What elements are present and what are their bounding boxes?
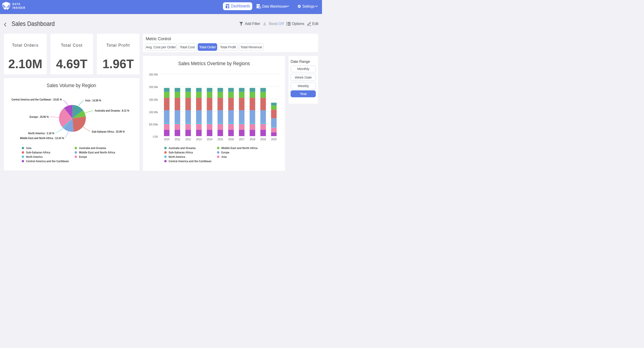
svg-text:Middle East and North Africa: Middle East and North Africa	[221, 146, 258, 150]
svg-text:Asia: Asia	[26, 146, 32, 150]
svg-text:2018: 2018	[250, 138, 255, 141]
svg-text:Europe : 25.95 %: Europe : 25.95 %	[30, 115, 49, 118]
svg-text:Australia and Oceania: Australia and Oceania	[168, 146, 196, 150]
svg-text:Central America and the Caribb: Central America and the Caribbean	[168, 159, 212, 163]
svg-text:250.00k: 250.00k	[149, 73, 158, 76]
svg-text:Central America and the Caribb: Central America and the Caribbean : 10.8…	[12, 98, 62, 101]
svg-text:150.00k: 150.00k	[149, 98, 158, 101]
svg-text:2010: 2010	[164, 138, 170, 141]
svg-text:50.00k: 50.00k	[149, 123, 158, 126]
svg-text:0.00: 0.00	[153, 135, 158, 138]
svg-text:Sub-Saharan Africa: Sub-Saharan Africa	[26, 151, 50, 154]
svg-text:North America : 2.16 %: North America : 2.16 %	[28, 131, 54, 135]
svg-text:2013: 2013	[196, 138, 202, 141]
svg-text:Sub-Saharan Africa: Sub-Saharan Africa	[168, 151, 193, 154]
svg-text:Sales Volume by Region: Sales Volume by Region	[47, 82, 96, 88]
svg-text:2011: 2011	[175, 138, 180, 141]
svg-text:Europe: Europe	[221, 151, 229, 154]
svg-text:Australia and Oceania: Australia and Oceania	[79, 146, 106, 150]
svg-text:2020: 2020	[271, 138, 276, 141]
svg-text:Middle East and North Africa: Middle East and North Africa	[79, 151, 115, 154]
svg-text:100.00k: 100.00k	[149, 110, 158, 114]
svg-text:2012: 2012	[185, 138, 191, 141]
svg-text:2014: 2014	[207, 138, 212, 141]
svg-text:Middle East and North Africa :: Middle East and North Africa : 12.43 %	[20, 136, 64, 140]
svg-text:2017: 2017	[239, 138, 244, 141]
svg-text:Asia : 14.59 %: Asia : 14.59 %	[85, 99, 101, 102]
svg-text:Central America and the Caribb: Central America and the Caribbean	[26, 159, 69, 163]
svg-text:200.00k: 200.00k	[149, 85, 158, 89]
svg-text:North America: North America	[168, 155, 185, 159]
svg-text:Europe: Europe	[79, 155, 87, 159]
svg-text:2015: 2015	[217, 138, 223, 141]
svg-text:Australia and Oceania : 8.11 %: Australia and Oceania : 8.11 %	[95, 109, 129, 112]
svg-text:North America: North America	[26, 155, 43, 159]
svg-text:Asia: Asia	[221, 155, 227, 159]
svg-text:2019: 2019	[260, 138, 266, 141]
svg-text:Sub-Saharan Africa : 25.95 %: Sub-Saharan Africa : 25.95 %	[92, 130, 125, 133]
svg-text:Sales Metrics Overtime by Regi: Sales Metrics Overtime by Regions	[178, 61, 250, 66]
svg-text:2016: 2016	[228, 138, 234, 141]
